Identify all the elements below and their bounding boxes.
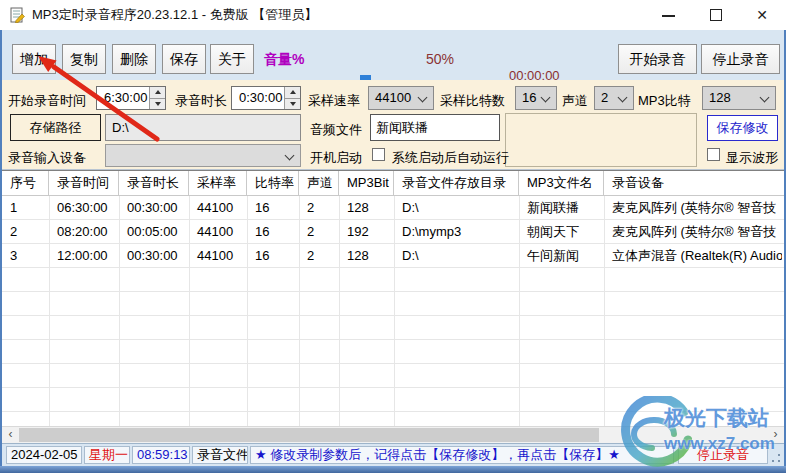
sample-rate-label: 采样速率 <box>308 92 360 110</box>
cell: 麦克风阵列 (英特尔® 智音技 <box>604 196 782 220</box>
duration-value: 0:30:00 <box>232 87 284 109</box>
column-header-2[interactable]: 录音时长 <box>119 171 189 195</box>
input-device-select[interactable] <box>105 144 301 167</box>
cell: D:\ <box>394 196 519 220</box>
cell: 128 <box>339 196 394 220</box>
window-title: MP3定时录音程序20.23.12.1 - 免费版 【管理员】 <box>32 0 317 30</box>
cell: 44100 <box>189 196 247 220</box>
cell: 00:30:00 <box>119 244 189 268</box>
toolbar-button-4[interactable]: 关于 <box>210 44 254 74</box>
cell: 午间新闻 <box>519 244 604 268</box>
duration-spinner[interactable]: 0:30:00 <box>231 86 301 110</box>
sample-bits-select[interactable]: 16 <box>515 86 557 110</box>
channels-value: 2 <box>595 87 633 109</box>
maximize-button[interactable] <box>693 0 739 30</box>
start-recording-button[interactable]: 开始录音 <box>618 44 697 74</box>
window-border-bottom[interactable] <box>0 466 786 473</box>
minimize-icon <box>662 15 675 17</box>
column-header-4[interactable]: 比特率 <box>247 171 299 195</box>
minimize-button[interactable] <box>646 0 692 30</box>
scroll-right-icon[interactable]: › <box>767 427 784 443</box>
status-date: 2024-02-05 <box>6 446 82 464</box>
show-waveform-checkbox[interactable] <box>707 148 720 161</box>
spinner-up-icon[interactable] <box>150 87 165 98</box>
maximize-icon <box>710 9 722 21</box>
column-header-1[interactable]: 录音时间 <box>49 171 119 195</box>
resize-grip[interactable] <box>770 452 782 464</box>
cell: 128 <box>339 244 394 268</box>
info-frame <box>505 113 697 167</box>
table-body: 106:30:0000:30:0044100162128D:\新闻联播麦克风阵列… <box>2 196 784 426</box>
column-header-3[interactable]: 采样率 <box>189 171 247 195</box>
duration-label: 录音时长 <box>175 92 227 110</box>
column-header-9[interactable]: 录音设备 <box>604 171 782 195</box>
storage-path-button[interactable]: 存储路径 <box>10 114 101 141</box>
start-time-label: 开始录音时间 <box>8 92 86 110</box>
mp3-bitrate-select[interactable]: 128 <box>702 86 776 110</box>
cell: 2 <box>299 196 339 220</box>
settings-panel: 开始录音时间 6:30:00 录音时长 0:30:00 采样速率 44100 采… <box>2 80 784 170</box>
status-hint: ★ 修改录制参数后，记得点击【保存修改】，再点击【保存】★ <box>250 446 674 464</box>
start-time-value: 6:30:00 <box>97 87 149 109</box>
table-row-1[interactable]: 106:30:0000:30:0044100162128D:\新闻联播麦克风阵列… <box>2 196 784 220</box>
sample-rate-select[interactable]: 44100 <box>368 86 434 110</box>
status-recording-state: 停止录音 <box>678 446 768 464</box>
cell: 朝闻天下 <box>519 220 604 244</box>
toolbar-button-0[interactable]: 增加 <box>12 44 56 74</box>
storage-path-field[interactable]: D:\ <box>105 114 301 141</box>
table-row-3[interactable]: 312:00:0000:30:0044100162128D:\午间新闻立体声混音… <box>2 244 784 268</box>
cell: 新闻联播 <box>519 196 604 220</box>
spinner-down-icon[interactable] <box>285 98 300 110</box>
toolbar-button-2[interactable]: 删除 <box>112 44 156 74</box>
cell: 12:00:00 <box>49 244 119 268</box>
column-header-0[interactable]: 序号 <box>2 171 49 195</box>
horizontal-scrollbar[interactable]: ‹ › <box>2 426 784 443</box>
toolbar-button-1[interactable]: 复制 <box>62 44 106 74</box>
app-window: MP3定时录音程序20.23.12.1 - 免费版 【管理员】 ✕ 增加复制删除… <box>0 0 786 473</box>
column-header-6[interactable]: MP3Bit <box>339 171 394 195</box>
cell: 2 <box>299 244 339 268</box>
cell: 2 <box>2 220 49 244</box>
volume-label: 音量% <box>264 51 304 69</box>
scrollbar-thumb[interactable] <box>19 428 599 442</box>
stop-recording-button[interactable]: 停止录音 <box>701 44 780 74</box>
cell: 44100 <box>189 220 247 244</box>
cell: 16 <box>247 220 299 244</box>
spinner-up-icon[interactable] <box>285 87 300 98</box>
volume-percent-value: 50% <box>426 51 454 67</box>
cell: 立体声混音 (Realtek(R) Audio <box>604 244 782 268</box>
cell: 44100 <box>189 244 247 268</box>
cell: 06:30:00 <box>49 196 119 220</box>
cell: 3 <box>2 244 49 268</box>
toolbar: 增加复制删除保存关于 音量% 50% 00:00:00 开始录音 停止录音 <box>2 30 784 80</box>
autostart-checkbox-label: 系统启动后自动运行 <box>392 149 509 167</box>
channels-select[interactable]: 2 <box>594 86 634 110</box>
table-header-row: 序号录音时间录音时长采样率比特率声道MP3Bit录音文件存放目录MP3文件名录音… <box>2 171 784 196</box>
recording-task-table: 序号录音时间录音时长采样率比特率声道MP3Bit录音文件存放目录MP3文件名录音… <box>2 170 784 443</box>
autostart-label: 开机启动 <box>310 149 362 167</box>
status-bar: 2024-02-05 星期一 08:59:13 录音文件 ★ 修改录制参数后，记… <box>2 443 784 466</box>
audio-file-field[interactable]: 新闻联播 <box>370 114 500 141</box>
mp3-bitrate-label: MP3比特 <box>638 92 691 110</box>
combo-chevron-icon <box>285 151 295 161</box>
column-header-7[interactable]: 录音文件存放目录 <box>394 171 519 195</box>
close-button[interactable]: ✕ <box>739 0 785 30</box>
column-header-5[interactable]: 声道 <box>299 171 339 195</box>
save-changes-button[interactable]: 保存修改 <box>707 115 778 141</box>
cell: 192 <box>339 220 394 244</box>
cell: 1 <box>2 196 49 220</box>
cell: 00:05:00 <box>119 220 189 244</box>
toolbar-button-3[interactable]: 保存 <box>162 44 206 74</box>
show-waveform-label: 显示波形 <box>726 149 778 167</box>
cell: D:\mymp3 <box>394 220 519 244</box>
spinner-down-icon[interactable] <box>150 98 165 110</box>
sample-bits-value: 16 <box>516 87 556 109</box>
scroll-left-icon[interactable]: ‹ <box>2 427 19 443</box>
cell: D:\ <box>394 244 519 268</box>
table-row-2[interactable]: 208:20:0000:05:0044100162192D:\mymp3朝闻天下… <box>2 220 784 244</box>
input-device-label: 录音输入设备 <box>8 149 86 167</box>
column-header-8[interactable]: MP3文件名 <box>519 171 604 195</box>
autostart-checkbox[interactable] <box>372 148 385 161</box>
start-time-spinner[interactable]: 6:30:00 <box>96 86 166 110</box>
cell: 麦克风阵列 (英特尔® 智音技 <box>604 220 782 244</box>
